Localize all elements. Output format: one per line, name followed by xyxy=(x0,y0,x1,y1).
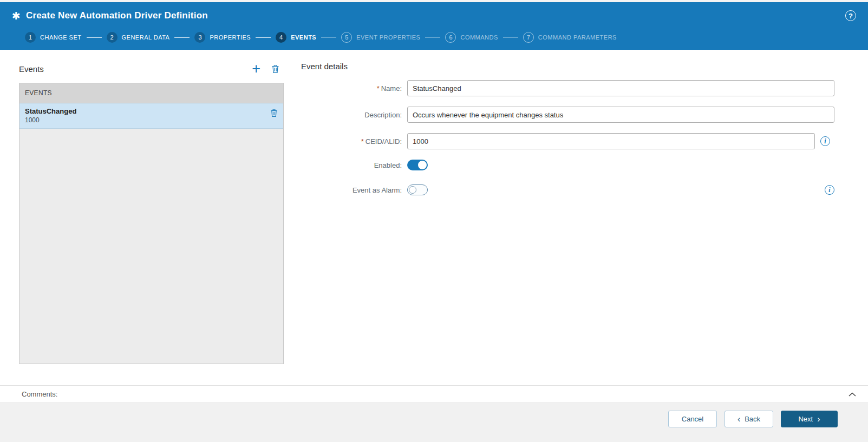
chevron-left-icon: ‹ xyxy=(738,415,740,424)
step-label: COMMAND PARAMETERS xyxy=(538,34,617,41)
enabled-toggle[interactable] xyxy=(407,160,428,170)
step-connector xyxy=(503,37,518,38)
step-number: 1 xyxy=(25,32,36,43)
enabled-label: Enabled: xyxy=(301,161,407,169)
comments-label: Comments: xyxy=(22,390,57,398)
event-details-panel: Event details *Name: Description: *CEID/… xyxy=(301,62,834,385)
event-name: StatusChanged xyxy=(25,107,76,115)
step-connector xyxy=(174,37,190,38)
app-asterisk-icon: ✱ xyxy=(12,11,21,21)
row-delete-icon[interactable] xyxy=(270,109,278,117)
name-row: *Name: xyxy=(301,80,834,96)
chevron-right-icon: › xyxy=(817,415,820,424)
list-item-text: StatusChanged 1000 xyxy=(25,107,76,124)
name-input[interactable] xyxy=(407,80,834,96)
step-number: 4 xyxy=(276,32,286,43)
ceid-info-icon[interactable]: i xyxy=(820,136,830,146)
step-label: GENERAL DATA xyxy=(122,34,170,41)
event-as-alarm-info-icon[interactable]: i xyxy=(825,185,834,195)
cancel-button[interactable]: Cancel xyxy=(668,411,717,427)
next-button[interactable]: Next › xyxy=(781,411,838,427)
list-item-statuschanged[interactable]: StatusChanged 1000 xyxy=(19,103,283,129)
events-panel-head: Events + xyxy=(19,62,284,76)
step-number: 2 xyxy=(107,32,118,43)
step-connector xyxy=(87,37,102,38)
step-event-properties[interactable]: 5 EVENT PROPERTIES xyxy=(341,32,420,43)
ceid-label: *CEID/ALID: xyxy=(301,137,407,146)
event-id: 1000 xyxy=(25,116,76,124)
step-command-parameters[interactable]: 7 COMMAND PARAMETERS xyxy=(523,32,617,43)
step-number: 6 xyxy=(445,32,456,43)
step-label: EVENTS xyxy=(291,34,316,41)
help-icon[interactable]: ? xyxy=(845,10,856,21)
delete-event-icon[interactable] xyxy=(271,64,279,74)
back-button[interactable]: ‹ Back xyxy=(725,411,773,427)
chevron-up-icon[interactable] xyxy=(849,392,856,397)
comments-bar: Comments: xyxy=(0,385,868,403)
description-input[interactable] xyxy=(407,107,834,123)
step-connector xyxy=(321,37,336,38)
ceid-row: *CEID/ALID: i xyxy=(301,133,834,149)
enabled-row: Enabled: xyxy=(301,160,834,170)
step-number: 7 xyxy=(523,32,534,43)
step-label: COMMANDS xyxy=(460,34,498,41)
required-mark: * xyxy=(377,84,380,93)
step-change-set[interactable]: 1 CHANGE SET xyxy=(25,32,82,43)
description-row: Description: xyxy=(301,107,834,123)
event-as-alarm-toggle[interactable] xyxy=(407,184,428,195)
title-row: ✱ Create New Automation Driver Definitio… xyxy=(12,2,856,27)
description-label: Description: xyxy=(301,111,407,119)
wizard-footer: Cancel ‹ Back Next › xyxy=(0,403,868,442)
step-number: 5 xyxy=(341,32,352,43)
toggle-knob xyxy=(409,186,416,194)
step-label: EVENT PROPERTIES xyxy=(356,34,420,41)
add-event-icon[interactable]: + xyxy=(252,63,260,74)
events-panel-title: Events xyxy=(19,64,44,74)
step-commands[interactable]: 6 COMMANDS xyxy=(445,32,498,43)
step-label: CHANGE SET xyxy=(40,34,82,41)
step-general-data[interactable]: 2 GENERAL DATA xyxy=(107,32,170,43)
step-number: 3 xyxy=(194,32,205,43)
step-connector xyxy=(425,37,440,38)
name-label: *Name: xyxy=(301,84,407,93)
step-label: PROPERTIES xyxy=(210,34,251,41)
event-as-alarm-row: Event as Alarm: i xyxy=(301,184,834,195)
page-title: Create New Automation Driver Definition xyxy=(26,10,208,21)
required-mark: * xyxy=(361,137,364,146)
step-events[interactable]: 4 EVENTS xyxy=(276,32,316,43)
step-properties[interactable]: 3 PROPERTIES xyxy=(194,32,251,43)
toggle-knob xyxy=(418,161,427,169)
event-details-title: Event details xyxy=(301,62,834,71)
ceid-input[interactable] xyxy=(407,133,815,149)
step-connector xyxy=(256,37,271,38)
wizard-stepper: 1 CHANGE SET 2 GENERAL DATA 3 PROPERTIES… xyxy=(12,27,856,48)
main-content: Events + EVENTS StatusChanged 1000 xyxy=(0,50,868,385)
event-as-alarm-label: Event as Alarm: xyxy=(301,186,407,194)
wizard-header: ✱ Create New Automation Driver Definitio… xyxy=(0,2,868,50)
events-list-header: EVENTS xyxy=(19,83,283,103)
events-panel: Events + EVENTS StatusChanged 1000 xyxy=(19,62,284,385)
events-panel-actions: + xyxy=(252,63,284,74)
events-list: EVENTS StatusChanged 1000 xyxy=(19,83,284,364)
